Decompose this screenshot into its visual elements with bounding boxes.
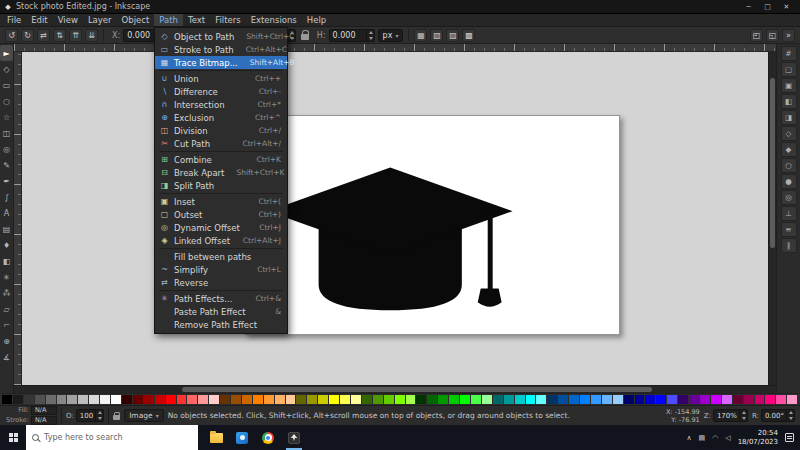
taskbar-app-pinned-app[interactable]: [229, 425, 255, 450]
palette-swatch[interactable]: [569, 395, 579, 404]
vertical-ruler[interactable]: [14, 52, 22, 385]
canvas-viewport[interactable]: [22, 52, 768, 385]
lock-ratio-icon[interactable]: [301, 34, 309, 40]
h-input[interactable]: 0.000: [329, 29, 375, 42]
palette-swatch[interactable]: [166, 395, 176, 404]
palette-swatch[interactable]: [460, 395, 470, 404]
palette-swatch[interactable]: [471, 395, 481, 404]
lower-to-bottom-button[interactable]: ⇊: [85, 29, 98, 42]
layer-selector[interactable]: Image ▾: [124, 409, 164, 422]
menu-item-break-apart[interactable]: ⊟Break ApartShift+Ctrl+K: [155, 166, 287, 179]
menu-item-combine[interactable]: ⊞CombineCtrl+K: [155, 153, 287, 166]
palette-swatch[interactable]: [493, 395, 503, 404]
menu-view[interactable]: View: [53, 14, 83, 26]
rotate-cw-button[interactable]: ↻: [21, 29, 34, 42]
palette-swatch[interactable]: [100, 395, 110, 404]
palette-swatch[interactable]: [264, 395, 274, 404]
eraser-tool[interactable]: ▱: [0, 301, 13, 317]
snap-bbox[interactable]: ▢: [781, 62, 797, 77]
palette-swatch[interactable]: [67, 395, 77, 404]
palette-swatch[interactable]: [384, 395, 394, 404]
palette-swatch[interactable]: [133, 395, 143, 404]
palette-swatch[interactable]: [787, 395, 797, 404]
taskbar-clock[interactable]: 20:54 18/07/2023: [738, 429, 778, 447]
menu-item-division[interactable]: ◫DivisionCtrl+/: [155, 124, 287, 137]
box-3d-tool[interactable]: ◫: [0, 125, 13, 141]
menu-edit[interactable]: Edit: [26, 14, 52, 26]
menu-layer[interactable]: Layer: [83, 14, 117, 26]
palette-swatch[interactable]: [340, 395, 350, 404]
node-tool[interactable]: ◇: [0, 61, 13, 77]
raise-to-top-button[interactable]: ⇈: [69, 29, 82, 42]
menu-item-union[interactable]: ∪UnionCtrl++: [155, 72, 287, 85]
palette-swatch[interactable]: [449, 395, 459, 404]
action-center-icon[interactable]: [785, 433, 794, 442]
palette-swatch[interactable]: [57, 395, 67, 404]
horizontal-scrollbar[interactable]: [14, 385, 776, 393]
connector-tool[interactable]: ⌐: [0, 317, 13, 333]
close-button[interactable]: ✕: [777, 0, 796, 14]
palette-swatch[interactable]: [613, 395, 623, 404]
snap-toggle[interactable]: #: [781, 46, 797, 61]
palette-swatch[interactable]: [78, 395, 88, 404]
palette-swatch[interactable]: [373, 395, 383, 404]
palette-swatch[interactable]: [362, 395, 372, 404]
toolbar-option-1[interactable]: ◰: [750, 29, 763, 42]
palette-swatch[interactable]: [177, 395, 187, 404]
minimize-button[interactable]: ─: [739, 0, 758, 14]
horizontal-ruler[interactable]: [14, 44, 776, 52]
palette-swatch[interactable]: [307, 395, 317, 404]
menu-item-difference[interactable]: ∖DifferenceCtrl+-: [155, 85, 287, 98]
palette-swatch[interactable]: [220, 395, 230, 404]
menu-item-inset[interactable]: ▣InsetCtrl+(: [155, 195, 287, 208]
menu-item-object-to-path[interactable]: ◇Object to PathShift+Ctrl+C: [155, 30, 287, 43]
menu-item-exclusion[interactable]: ⊕ExclusionCtrl+^: [155, 111, 287, 124]
palette-swatch[interactable]: [547, 395, 557, 404]
gradient-tool[interactable]: ▤: [0, 221, 13, 237]
spiral-tool[interactable]: ◎: [0, 141, 13, 157]
menu-object[interactable]: Object: [117, 14, 155, 26]
snap-bbox-corners[interactable]: ◧: [781, 94, 797, 109]
palette-swatch[interactable]: [198, 395, 208, 404]
menu-item-fill-between-paths[interactable]: Fill between paths: [155, 250, 287, 263]
palette-swatch[interactable]: [46, 395, 56, 404]
palette-swatch[interactable]: [645, 395, 655, 404]
palette-swatch[interactable]: [13, 395, 23, 404]
snap-smooth-nodes[interactable]: ◎: [781, 190, 797, 205]
menu-item-outset[interactable]: ▢OutsetCtrl+): [155, 208, 287, 221]
pencil-tool[interactable]: ✎: [0, 157, 13, 173]
snap-nodes[interactable]: ◇: [781, 126, 797, 141]
palette-swatch[interactable]: [242, 395, 252, 404]
tray-display-icon[interactable]: ▤: [699, 434, 706, 442]
text-tool[interactable]: A: [0, 205, 13, 221]
unit-dropdown[interactable]: px ▾: [378, 29, 404, 42]
maximize-button[interactable]: □: [758, 0, 777, 14]
palette-swatch[interactable]: [656, 395, 666, 404]
spinner-icon[interactable]: [95, 410, 103, 421]
palette-swatch[interactable]: [416, 395, 426, 404]
tray-chevron-icon[interactable]: ∧: [686, 434, 691, 442]
menu-item-remove-path-effect[interactable]: Remove Path Effect: [155, 318, 287, 331]
palette-swatch[interactable]: [296, 395, 306, 404]
paint-bucket-tool[interactable]: ◧: [0, 253, 13, 269]
palette-swatch[interactable]: [231, 395, 241, 404]
palette-swatch[interactable]: [286, 395, 296, 404]
vertical-scrollbar[interactable]: [768, 52, 776, 385]
snap-cusp-nodes[interactable]: ●: [781, 174, 797, 189]
zoom-tool[interactable]: ⊕: [0, 333, 13, 349]
palette-swatch[interactable]: [700, 395, 710, 404]
palette-swatch[interactable]: [144, 395, 154, 404]
menu-item-dynamic-offset[interactable]: ◎Dynamic OffsetCtrl+J: [155, 221, 287, 234]
toolbar-overflow-chevron[interactable]: »: [782, 29, 795, 42]
menu-item-trace-bitmap[interactable]: ▦Trace Bitmap...Shift+Alt+B: [155, 56, 287, 69]
palette-swatch[interactable]: [755, 395, 765, 404]
tweak-tool[interactable]: ✳: [0, 269, 13, 285]
palette-swatch[interactable]: [427, 395, 437, 404]
palette-swatch[interactable]: [111, 395, 121, 404]
tray-network-icon[interactable]: ◠: [712, 434, 718, 442]
palette-swatch[interactable]: [558, 395, 568, 404]
fill-stroke-indicator[interactable]: Fill: N/A Stroke: N/A: [5, 406, 57, 425]
vertical-scrollbar-thumb[interactable]: [770, 78, 775, 248]
palette-swatch[interactable]: [482, 395, 492, 404]
menu-item-reverse[interactable]: ⇄Reverse: [155, 276, 287, 289]
